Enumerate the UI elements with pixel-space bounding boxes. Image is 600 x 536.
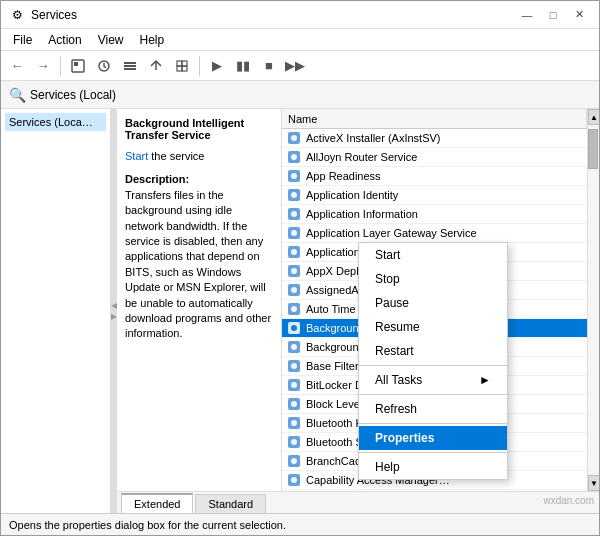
svg-point-23 xyxy=(291,249,297,255)
service-icon xyxy=(286,453,302,469)
svg-rect-8 xyxy=(182,61,187,66)
svg-point-11 xyxy=(291,135,297,141)
service-title: Background Intelligent Transfer Service xyxy=(125,117,273,141)
service-icon xyxy=(286,225,302,241)
toolbar-btn-5[interactable] xyxy=(170,54,194,78)
vertical-scrollbar[interactable]: ▲ ▼ xyxy=(587,109,599,491)
window-title: Services xyxy=(31,8,515,22)
list-header: Name xyxy=(282,109,587,129)
svg-rect-4 xyxy=(124,65,136,67)
search-icon: 🔍 xyxy=(9,87,26,103)
context-menu-item-restart[interactable]: Restart xyxy=(359,339,507,363)
service-icon xyxy=(286,149,302,165)
context-menu-item-pause[interactable]: Pause xyxy=(359,291,507,315)
service-icon xyxy=(286,301,302,317)
svg-rect-6 xyxy=(177,61,182,66)
service-icon xyxy=(286,434,302,450)
svg-point-25 xyxy=(291,268,297,274)
menu-help[interactable]: Help xyxy=(132,31,173,49)
maximize-button[interactable]: □ xyxy=(541,5,565,25)
svg-point-13 xyxy=(291,154,297,160)
svg-point-37 xyxy=(291,382,297,388)
svg-point-43 xyxy=(291,439,297,445)
status-text: Opens the properties dialog box for the … xyxy=(9,519,286,531)
column-name[interactable]: Name xyxy=(282,109,587,128)
menu-action[interactable]: Action xyxy=(40,31,89,49)
service-name-cell: Application Layer Gateway Service xyxy=(282,225,587,241)
service-row[interactable]: Application Identity xyxy=(282,186,587,205)
svg-point-33 xyxy=(291,344,297,350)
service-name: AllJoyn Router Service xyxy=(306,151,417,163)
toolbar-btn-4[interactable] xyxy=(144,54,168,78)
context-menu: StartStopPauseResumeRestartAll Tasks►Ref… xyxy=(358,242,508,480)
svg-point-19 xyxy=(291,211,297,217)
toolbar-sep-1 xyxy=(60,56,61,76)
scroll-up-button[interactable]: ▲ xyxy=(588,109,599,125)
minimize-button[interactable]: — xyxy=(515,5,539,25)
svg-point-21 xyxy=(291,230,297,236)
scroll-thumb[interactable] xyxy=(588,129,598,169)
context-menu-item-stop[interactable]: Stop xyxy=(359,267,507,291)
start-link[interactable]: Start xyxy=(125,150,148,162)
service-name: App Readiness xyxy=(306,170,381,182)
service-row[interactable]: AllJoyn Router Service xyxy=(282,148,587,167)
context-menu-separator xyxy=(359,452,507,453)
play-button[interactable]: ▶ xyxy=(205,54,229,78)
skip-button[interactable]: ▶▶ xyxy=(283,54,307,78)
tab-extended[interactable]: Extended xyxy=(121,493,193,513)
toolbar-sep-2 xyxy=(199,56,200,76)
svg-rect-1 xyxy=(74,62,78,66)
service-name: Application Information xyxy=(306,208,418,220)
svg-point-27 xyxy=(291,287,297,293)
desc-panel: Background Intelligent Transfer Service … xyxy=(117,109,282,491)
context-menu-item-properties[interactable]: Properties xyxy=(359,426,507,450)
svg-point-41 xyxy=(291,420,297,426)
service-row[interactable]: ActiveX Installer (AxInstSV) xyxy=(282,129,587,148)
forward-button[interactable]: → xyxy=(31,54,55,78)
service-row[interactable]: Certificate Propagation xyxy=(282,490,587,491)
back-button[interactable]: ← xyxy=(5,54,29,78)
breadcrumb-text: Services (Local) xyxy=(30,88,116,102)
pause-button[interactable]: ▮▮ xyxy=(231,54,255,78)
toolbar-btn-3[interactable] xyxy=(118,54,142,78)
svg-rect-3 xyxy=(124,62,136,64)
service-row[interactable]: Application Information xyxy=(282,205,587,224)
bottom-tabs: Extended Standard xyxy=(117,491,599,513)
tab-standard[interactable]: Standard xyxy=(195,494,266,513)
svg-point-39 xyxy=(291,401,297,407)
service-row[interactable]: App Readiness xyxy=(282,167,587,186)
toolbar-btn-2[interactable] xyxy=(92,54,116,78)
close-button[interactable]: ✕ xyxy=(567,5,591,25)
service-icon xyxy=(286,396,302,412)
main-content: Services (Loca… ◀ ▶ Background Intellige… xyxy=(1,109,599,513)
service-icon xyxy=(286,130,302,146)
context-menu-separator xyxy=(359,423,507,424)
service-icon xyxy=(286,339,302,355)
service-name-cell: App Readiness xyxy=(282,168,587,184)
svg-rect-9 xyxy=(177,66,182,71)
scroll-down-button[interactable]: ▼ xyxy=(588,475,599,491)
menu-view[interactable]: View xyxy=(90,31,132,49)
service-row[interactable]: Application Layer Gateway Service xyxy=(282,224,587,243)
service-icon xyxy=(286,206,302,222)
service-name: Application Identity xyxy=(306,189,398,201)
service-name: ActiveX Installer (AxInstSV) xyxy=(306,132,441,144)
left-panel-services[interactable]: Services (Loca… xyxy=(5,113,106,131)
context-menu-item-resume[interactable]: Resume xyxy=(359,315,507,339)
context-menu-item-help[interactable]: Help xyxy=(359,455,507,479)
context-menu-item-start[interactable]: Start xyxy=(359,243,507,267)
scroll-track[interactable] xyxy=(588,125,599,475)
svg-point-35 xyxy=(291,363,297,369)
service-icon xyxy=(286,263,302,279)
toolbar-btn-1[interactable] xyxy=(66,54,90,78)
context-menu-item-refresh[interactable]: Refresh xyxy=(359,397,507,421)
menu-file[interactable]: File xyxy=(5,31,40,49)
services-window: ⚙ Services — □ ✕ File Action View Help ←… xyxy=(0,0,600,536)
service-name-cell: Application Information xyxy=(282,206,587,222)
context-menu-item-all-tasks[interactable]: All Tasks► xyxy=(359,368,507,392)
stop-button[interactable]: ■ xyxy=(257,54,281,78)
svg-point-45 xyxy=(291,458,297,464)
service-icon xyxy=(286,187,302,203)
breadcrumb-bar: 🔍 Services (Local) xyxy=(1,81,599,109)
menu-bar: File Action View Help xyxy=(1,29,599,51)
